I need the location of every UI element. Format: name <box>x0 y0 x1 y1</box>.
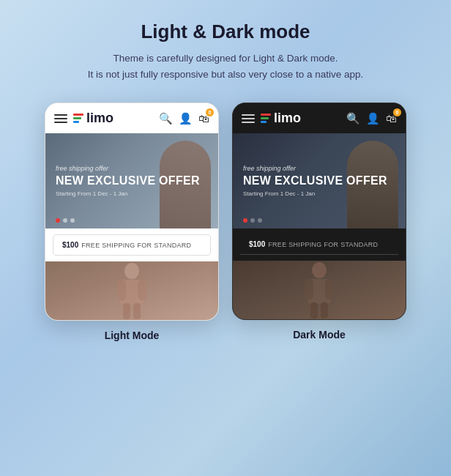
user-icon-dark[interactable]: 👤 <box>366 112 380 125</box>
nav-icons-light: 🔍 👤 🛍 0 <box>159 112 209 125</box>
hero-title-dark: NEW EXCLUSIVE OFFER <box>243 174 395 187</box>
shipping-banner-light: $100 FREE Shipping For STANDARD <box>53 234 211 256</box>
hero-subtitle-dark: Starting From 1 Dec - 1 Jan <box>243 190 395 197</box>
dark-mode-label: Dark Mode <box>293 329 346 341</box>
hero-dots-dark <box>243 218 262 223</box>
svg-rect-3 <box>138 280 146 300</box>
cart-icon-dark[interactable]: 🛍 0 <box>386 112 397 124</box>
search-icon-dark[interactable]: 🔍 <box>346 112 360 125</box>
hero-dots-light <box>56 218 75 223</box>
hero-tag-dark: free shipping offer <box>243 165 395 172</box>
product-area-light <box>45 261 218 320</box>
cart-icon-light[interactable]: 🛍 0 <box>198 112 209 124</box>
navbar-light: limo 🔍 👤 🛍 0 <box>45 103 218 133</box>
hero-title-light: NEW EXCLUSIVE OFFER <box>56 174 208 187</box>
dot-inactive-1-light <box>63 218 67 223</box>
hero-dark: free shipping offer NEW EXCLUSIVE OFFER … <box>233 133 406 228</box>
shipping-text-dark: FREE Shipping For STANDARD <box>268 241 378 248</box>
hero-tag-light: free shipping offer <box>56 165 208 172</box>
svg-rect-11 <box>321 302 328 319</box>
logo-dark: limo <box>261 111 340 126</box>
phones-container: limo 🔍 👤 🛍 0 free shipping offer NEW <box>45 103 406 341</box>
logo-bars-dark <box>261 114 271 123</box>
svg-rect-2 <box>117 280 126 300</box>
light-mode-phone: limo 🔍 👤 🛍 0 free shipping offer NEW <box>45 103 219 321</box>
search-icon-light[interactable]: 🔍 <box>159 112 173 125</box>
navbar-dark: limo 🔍 👤 🛍 0 <box>233 103 406 133</box>
page-title: Light & Dark mode <box>141 21 310 43</box>
svg-rect-4 <box>123 303 130 319</box>
dark-mode-phone-wrapper: limo 🔍 👤 🛍 0 free shipping offer NEW <box>232 103 406 341</box>
cart-badge-light: 0 <box>206 108 214 116</box>
svg-rect-9 <box>325 279 334 300</box>
dark-mode-phone: limo 🔍 👤 🛍 0 free shipping offer NEW <box>232 103 406 320</box>
shipping-amount-light: $100 <box>62 241 78 249</box>
dot-inactive-1-dark <box>250 218 255 223</box>
hamburger-icon-light[interactable] <box>54 114 67 123</box>
hamburger-icon-dark[interactable] <box>242 114 255 123</box>
light-mode-phone-wrapper: limo 🔍 👤 🛍 0 free shipping offer NEW <box>45 103 219 341</box>
svg-point-0 <box>124 263 139 279</box>
svg-point-6 <box>312 262 327 278</box>
light-mode-label: Light Mode <box>105 330 160 341</box>
shipping-amount-dark: $100 <box>249 240 265 248</box>
shipping-banner-dark: $100 FREE Shipping For STANDARD <box>240 234 398 255</box>
svg-rect-10 <box>310 302 318 319</box>
nav-icons-dark: 🔍 👤 🛍 0 <box>346 112 397 125</box>
dot-inactive-2-light <box>70 218 75 223</box>
hero-light: free shipping offer NEW EXCLUSIVE OFFER … <box>45 133 218 228</box>
logo-bars-light <box>73 114 83 123</box>
logo-light: limo <box>73 111 153 126</box>
product-figure-light <box>45 261 218 320</box>
product-area-dark <box>233 261 406 319</box>
product-figure-dark <box>233 261 406 319</box>
user-icon-light[interactable]: 👤 <box>179 112 193 125</box>
dot-active-light <box>56 218 60 223</box>
logo-text-dark: limo <box>274 111 301 126</box>
page-subtitle: Theme is carefully designed for Light & … <box>88 51 364 82</box>
hero-subtitle-light: Starting From 1 Dec - 1 Jan <box>56 190 208 197</box>
dot-active-dark <box>243 218 247 223</box>
dot-inactive-2-dark <box>258 218 262 223</box>
shipping-text-light: FREE Shipping For STANDARD <box>81 242 191 249</box>
svg-rect-5 <box>133 303 141 319</box>
logo-text-light: limo <box>86 111 113 126</box>
cart-badge-dark: 0 <box>393 108 401 116</box>
svg-rect-8 <box>305 279 313 300</box>
